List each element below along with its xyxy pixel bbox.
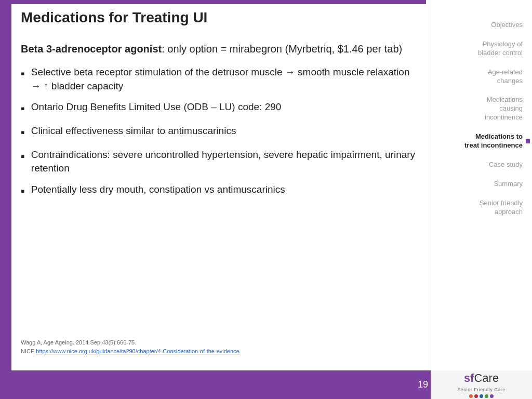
intro-rest: : only option = mirabegron (Myrbetriq, $… bbox=[162, 43, 402, 55]
top-bar bbox=[0, 0, 426, 4]
sidebar-item-age-related[interactable]: Age-relatedchanges bbox=[431, 63, 532, 91]
sidebar-summary-label: Summary bbox=[494, 180, 523, 188]
sidebar-item-meds-treat[interactable]: Medications totreat incontinence bbox=[431, 127, 532, 155]
bullet-item-5: Potentially less dry mouth, constipation… bbox=[21, 183, 418, 200]
slide-title: Medications for Treating UI bbox=[21, 9, 418, 26]
sidebar-item-summary[interactable]: Summary bbox=[431, 175, 532, 194]
reference-line-1: Wagg A, Age Ageing. 2014 Sep;43(5):666-7… bbox=[21, 338, 240, 348]
sidebar-age-label: Age-relatedchanges bbox=[488, 68, 523, 85]
sidebar-item-meds-causing[interactable]: Medicationscausingincontinence bbox=[431, 90, 532, 127]
logo-subtext: Senior Friendly Care bbox=[457, 387, 506, 392]
sidebar-physiology-label: Physiology ofbladder control bbox=[478, 40, 523, 57]
references: Wagg A, Age Ageing. 2014 Sep;43(5):666-7… bbox=[21, 338, 240, 356]
bullet-3-text: Clinical effectiveness similar to antimu… bbox=[31, 124, 236, 138]
sidebar-item-case-study[interactable]: Case study bbox=[431, 155, 532, 175]
bullet-5-text: Potentially less dry mouth, constipation… bbox=[31, 183, 285, 197]
sidebar-case-label: Case study bbox=[489, 161, 523, 168]
logo-sf: sf bbox=[464, 371, 474, 384]
sidebar-item-objectives[interactable]: Objectives bbox=[431, 16, 532, 35]
logo-dot-green bbox=[485, 394, 488, 398]
sidebar-item-physiology[interactable]: Physiology ofbladder control bbox=[431, 35, 532, 63]
reference-nice-link[interactable]: https://www.nice.org.uk/guidance/ta290/c… bbox=[36, 348, 239, 354]
intro-text: Beta 3-adrenoceptor agonist: only option… bbox=[21, 42, 418, 56]
bullet-item-3: Clinical effectiveness similar to antimu… bbox=[21, 124, 418, 141]
logo-text: sfCare bbox=[464, 371, 499, 385]
slide-header: Medications for Treating UI bbox=[21, 9, 418, 26]
sidebar: Objectives Physiology ofbladder control … bbox=[431, 0, 532, 370]
sidebar-objectives-label: Objectives bbox=[491, 21, 523, 29]
logo-dots bbox=[469, 394, 494, 398]
bullet-item-2: Ontario Drug Benefits Limited Use (ODB –… bbox=[21, 100, 418, 117]
sidebar-item-senior-friendly[interactable]: Senior friendlyapproach bbox=[431, 194, 532, 222]
logo-area: sfCare Senior Friendly Care bbox=[431, 370, 532, 399]
reference-line-2: NICE https://www.nice.org.uk/guidance/ta… bbox=[21, 347, 240, 356]
bullet-list: Selective beta receptor stimulation of t… bbox=[21, 65, 418, 200]
bullet-1-text: Selective beta receptor stimulation of t… bbox=[31, 65, 418, 93]
logo-dot-blue bbox=[480, 394, 483, 398]
logo-dot-purple bbox=[490, 394, 494, 398]
left-accent bbox=[0, 0, 11, 374]
logo-dot-red bbox=[474, 394, 478, 398]
reference-nice-label: NICE bbox=[21, 348, 36, 354]
bullet-item-4: Contraindications: severe uncontrolled h… bbox=[21, 148, 418, 176]
bullet-item-1: Selective beta receptor stimulation of t… bbox=[21, 65, 418, 93]
main-content: Beta 3-adrenoceptor agonist: only option… bbox=[21, 42, 418, 357]
bullet-4-text: Contraindications: severe uncontrolled h… bbox=[31, 148, 418, 176]
sidebar-meds-treat-label: Medications totreat incontinence bbox=[464, 132, 523, 149]
logo-dot-orange bbox=[469, 394, 473, 398]
logo-care: Care bbox=[474, 371, 499, 384]
bullet-2-text: Ontario Drug Benefits Limited Use (ODB –… bbox=[31, 100, 282, 114]
intro-bold: Beta 3-adrenoceptor agonist bbox=[21, 43, 162, 55]
sidebar-meds-causing-label: Medicationscausingincontinence bbox=[485, 96, 523, 121]
page-number: 19 bbox=[418, 379, 428, 390]
sidebar-senior-label: Senior friendlyapproach bbox=[480, 199, 523, 216]
